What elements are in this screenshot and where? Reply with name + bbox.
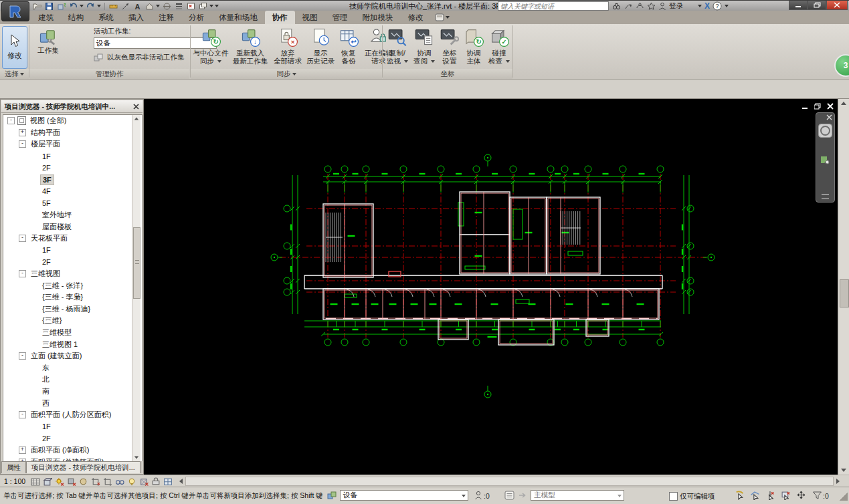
vertical-scroll-thumb[interactable] — [840, 279, 849, 307]
notification-badge[interactable]: 3 — [834, 54, 849, 77]
tab-分析[interactable]: 分析 — [181, 11, 211, 24]
constraints-icon[interactable] — [151, 477, 161, 485]
navbar-menu-grip-icon[interactable] — [822, 194, 829, 199]
tree-item-2F[interactable]: 2F — [3, 432, 142, 445]
tree-item-3F[interactable]: 3F — [3, 174, 142, 186]
open-icon[interactable] — [32, 2, 42, 11]
panel-toggle-caret-icon[interactable] — [446, 16, 450, 19]
aligned-dimension-icon[interactable] — [108, 2, 118, 11]
customize-qat-caret-icon[interactable] — [215, 5, 219, 7]
tree-item-结构平面[interactable]: +结构平面 — [3, 127, 142, 139]
search-icon[interactable] — [611, 1, 622, 11]
close-inactive-windows-icon[interactable] — [186, 2, 196, 11]
tab-建筑[interactable]: 建筑 — [31, 11, 61, 24]
show-rendering-icon[interactable] — [79, 477, 89, 485]
tree-item-4F[interactable]: 4F — [3, 186, 142, 198]
tree-item-1F[interactable]: 1F — [3, 150, 142, 162]
hscroll-left-icon[interactable] — [179, 479, 183, 484]
scroll-down-icon[interactable] — [841, 469, 846, 472]
save-icon[interactable] — [44, 2, 54, 11]
drag-on-selection-icon[interactable] — [795, 490, 807, 501]
redo-caret-icon[interactable] — [97, 5, 101, 7]
analytical-model-icon[interactable] — [139, 477, 149, 485]
steering-wheel-icon[interactable] — [818, 124, 832, 138]
tree-item-面积平面 (人防分区面积)[interactable]: -面积平面 (人防分区面积) — [3, 409, 142, 421]
detail-level-icon[interactable] — [31, 477, 41, 485]
tree-item-东[interactable]: 东 — [3, 362, 142, 374]
expand-icon[interactable]: + — [19, 129, 26, 136]
sign-in-person-icon[interactable] — [658, 1, 666, 11]
horizontal-scrollbar[interactable] — [185, 477, 834, 486]
collapse-icon[interactable]: - — [19, 352, 26, 360]
login-caret-icon[interactable] — [698, 5, 702, 7]
tree-item-室外地坪[interactable]: 室外地坪 — [3, 209, 142, 221]
temporary-hide-icon[interactable] — [115, 477, 125, 485]
reveal-hidden-icon[interactable] — [127, 477, 137, 485]
default-3d-view-icon[interactable] — [145, 2, 155, 11]
browser-scroll-down-icon[interactable] — [134, 457, 138, 459]
view-restore-icon[interactable] — [814, 100, 821, 112]
collapse-icon[interactable]: - — [19, 140, 26, 148]
vertical-scrollbar[interactable] — [838, 99, 849, 475]
exchange-apps-icon[interactable]: X — [704, 1, 710, 11]
select-pinned-icon[interactable] — [764, 490, 776, 501]
search-input[interactable] — [498, 1, 609, 11]
tree-item-西[interactable]: 西 — [3, 397, 142, 409]
collapse-icon[interactable]: - — [7, 117, 15, 124]
editable-only-checkbox[interactable] — [669, 492, 678, 501]
tree-item-{三维}[interactable]: {三维} — [3, 315, 142, 327]
tab-插入[interactable]: 插入 — [121, 11, 151, 24]
section-icon[interactable] — [162, 2, 172, 11]
undo-icon[interactable] — [68, 2, 78, 11]
view-scale-button[interactable]: 1 : 100 — [4, 477, 25, 485]
thin-lines-icon[interactable] — [174, 2, 184, 11]
resize-grip-icon[interactable] — [840, 493, 848, 501]
tree-item-南[interactable]: 南 — [3, 386, 142, 398]
crop-view-icon[interactable] — [91, 477, 101, 485]
restore-button[interactable] — [808, 1, 826, 10]
browser-close-icon[interactable] — [131, 102, 140, 111]
switch-windows-icon[interactable] — [198, 2, 208, 11]
worksharing-display-icon[interactable] — [163, 477, 173, 485]
tab-系统[interactable]: 系统 — [91, 11, 121, 24]
tab-附加模块[interactable]: 附加模块 — [355, 11, 401, 24]
editing-requests-icon[interactable] — [472, 490, 484, 501]
pan-zoom-icon[interactable] — [820, 154, 830, 165]
view-minimize-icon[interactable] — [802, 100, 808, 112]
select-links-icon[interactable] — [733, 490, 745, 501]
default-3d-view-caret-icon[interactable] — [156, 5, 160, 7]
collapse-icon[interactable]: - — [19, 235, 26, 242]
communication-center-icon[interactable] — [636, 1, 644, 11]
tab-协作[interactable]: 协作 — [265, 11, 295, 24]
tab-视图[interactable]: 视图 — [295, 11, 325, 24]
panel-toggle-icon[interactable] — [435, 13, 444, 21]
tree-item-{三维 - 杨雨迪}[interactable]: {三维 - 杨雨迪} — [3, 303, 142, 316]
tree-item-三维视图[interactable]: -三维视图 — [3, 268, 142, 280]
select-underlay-icon[interactable] — [749, 490, 761, 501]
application-menu-button[interactable] — [1, 1, 29, 21]
tab-修改[interactable]: 修改 — [401, 11, 431, 24]
select-by-face-icon[interactable] — [779, 490, 791, 501]
tree-item-1F[interactable]: 1F — [3, 245, 142, 257]
tree-item-{三维 - 李枭}[interactable]: {三维 - 李枭} — [3, 291, 142, 303]
tab-管理[interactable]: 管理 — [325, 11, 355, 24]
tree-item-1F[interactable]: 1F — [3, 420, 142, 432]
tree-item-楼层平面[interactable]: -楼层平面 — [3, 138, 142, 150]
hscroll-right-icon[interactable] — [836, 479, 840, 484]
tree-item-视图 (全部)[interactable]: -视图 (全部) — [3, 115, 142, 127]
tree-item-5F[interactable]: 5F — [3, 197, 142, 209]
floor-plan-drawing[interactable] — [144, 99, 838, 475]
visual-style-icon[interactable] — [43, 477, 53, 485]
login-label[interactable]: 登录 — [669, 1, 683, 11]
help-icon[interactable]: ? — [713, 1, 722, 11]
tree-item-{三维 - 张洋}[interactable]: {三维 - 张洋} — [3, 279, 142, 291]
filter-icon[interactable] — [811, 490, 823, 501]
workset-status-combobox[interactable]: 设备 — [340, 490, 468, 501]
tree-item-面积平面 (净面积)[interactable]: +面积平面 (净面积) — [3, 445, 142, 457]
collapse-icon[interactable]: - — [19, 270, 26, 277]
undo-caret-icon[interactable] — [80, 5, 84, 7]
tree-item-立面 (建筑立面)[interactable]: -立面 (建筑立面) — [3, 350, 142, 362]
worksharing-display-icon[interactable] — [503, 490, 515, 501]
thin-line-icon[interactable] — [120, 2, 130, 11]
tree-item-屋面楼板[interactable]: 屋面楼板 — [3, 221, 142, 233]
